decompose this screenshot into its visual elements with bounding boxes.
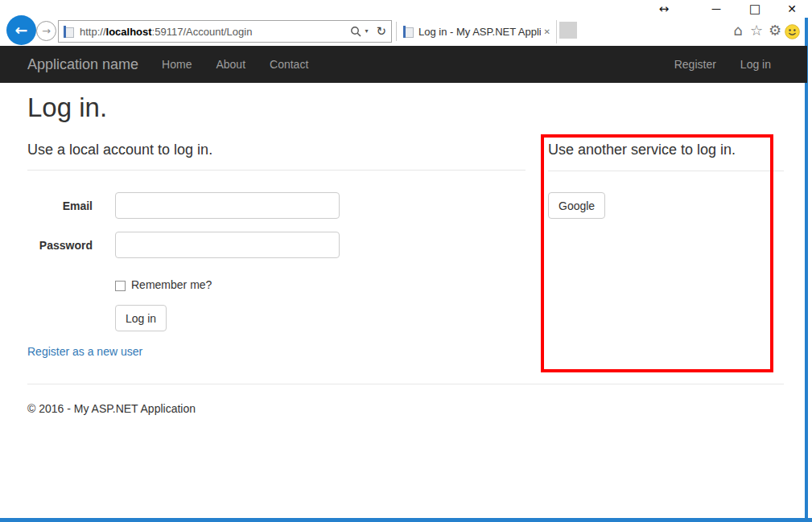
- tab-favicon-icon: [403, 26, 414, 38]
- external-section-divider: [548, 171, 784, 171]
- search-dropdown-icon[interactable]: ▾: [365, 28, 368, 35]
- url-path: :59117/Account/Login: [152, 26, 253, 38]
- window-frame-right: [805, 18, 808, 521]
- favorites-star-icon[interactable]: ☆: [748, 23, 765, 38]
- feedback-smiley-icon[interactable]: [785, 24, 800, 39]
- password-field[interactable]: [115, 232, 340, 258]
- footer-copyright: © 2016 - My ASP.NET Application: [27, 402, 196, 415]
- tab-close-icon[interactable]: ✕: [544, 28, 550, 36]
- remember-me-checkbox[interactable]: [115, 281, 126, 291]
- resize-arrows-icon: ↔: [655, 2, 673, 16]
- page-title: Log in.: [27, 92, 107, 123]
- search-icon[interactable]: [350, 26, 361, 37]
- local-section-divider: [27, 170, 526, 171]
- window-frame-bottom: [0, 518, 812, 522]
- home-icon[interactable]: ⌂: [729, 23, 747, 38]
- nav-link-login[interactable]: Log in: [728, 58, 783, 71]
- nav-link-contact[interactable]: Contact: [258, 58, 320, 71]
- site-navbar: Application name Home About Contact Regi…: [0, 46, 807, 83]
- window-close-button[interactable]: ✕: [782, 1, 802, 17]
- email-label: Email: [27, 199, 93, 212]
- page-favicon-icon: [64, 26, 74, 38]
- nav-link-home[interactable]: Home: [150, 58, 204, 71]
- minimize-button[interactable]: —: [707, 1, 726, 17]
- tab-divider: [396, 22, 397, 41]
- refresh-icon[interactable]: ↻: [376, 26, 386, 38]
- settings-gear-icon[interactable]: ⚙: [766, 23, 784, 38]
- nav-link-about[interactable]: About: [204, 58, 258, 71]
- forward-button[interactable]: →: [36, 21, 56, 41]
- navbar-brand[interactable]: Application name: [27, 56, 138, 73]
- tab-title: Log in - My ASP.NET Appli...: [418, 26, 541, 38]
- email-field[interactable]: [115, 192, 340, 219]
- remember-me-label[interactable]: Remember me?: [131, 278, 212, 291]
- new-tab-button[interactable]: [559, 22, 577, 39]
- nav-link-register[interactable]: Register: [662, 58, 728, 71]
- url-text: http://localhost:59117/Account/Login: [80, 26, 252, 38]
- url-scheme: http://: [80, 26, 106, 38]
- login-button[interactable]: Log in: [115, 305, 167, 331]
- footer-divider: [27, 384, 784, 384]
- register-new-user-link[interactable]: Register as a new user: [27, 345, 142, 358]
- maximize-button[interactable]: □: [745, 1, 765, 17]
- url-host: localhost: [106, 26, 152, 38]
- local-login-heading: Use a local account to log in.: [27, 142, 212, 158]
- browser-tab[interactable]: Log in - My ASP.NET Appli... ✕: [398, 20, 557, 43]
- google-login-button[interactable]: Google: [548, 192, 605, 219]
- password-label: Password: [27, 239, 93, 252]
- external-login-heading: Use another service to log in.: [548, 142, 736, 158]
- address-bar[interactable]: http://localhost:59117/Account/Login ▾ ↻: [58, 20, 392, 43]
- back-button[interactable]: ←: [6, 15, 36, 45]
